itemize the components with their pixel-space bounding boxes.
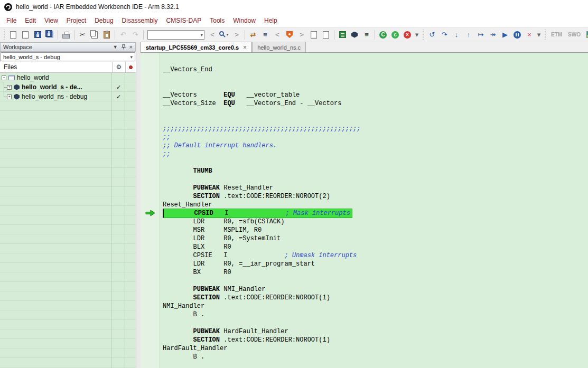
workspace-tree[interactable]: −hello_world+hello_world_s - de...✓+hell… (0, 73, 136, 368)
print-icon[interactable] (60, 29, 72, 41)
menu-tools[interactable]: Tools (206, 15, 229, 26)
break-icon[interactable] (511, 29, 523, 41)
code-line[interactable]: HardFault_Handler (163, 344, 588, 353)
code-line[interactable]: __Vectors_End (163, 65, 588, 74)
code-line[interactable] (163, 82, 588, 91)
code-line[interactable]: PUBWEAK NMI_Handler (163, 285, 588, 294)
config-combo[interactable]: hello_world_s - debug ▾ (1, 52, 135, 61)
pin-icon[interactable] (121, 44, 126, 51)
save-icon[interactable] (32, 29, 43, 41)
code-line[interactable]: B . (163, 310, 588, 319)
menu-file[interactable]: File (2, 15, 21, 26)
menu-window[interactable]: Window (229, 15, 260, 26)
files-column-header[interactable]: Files (0, 62, 112, 72)
tree-item-hello-world[interactable]: −hello_world (0, 73, 136, 82)
paste-icon[interactable] (101, 29, 113, 41)
reset-icon[interactable]: ↺ (426, 29, 438, 41)
step-out-icon[interactable]: ↑ (463, 29, 474, 41)
toolbar-grip[interactable] (422, 30, 424, 40)
code-line[interactable]: SECTION .text:CODE:REORDER:NOROOT(1) (163, 336, 588, 344)
step-into-icon[interactable]: ↓ (451, 29, 462, 41)
stop-debugging-icon[interactable]: × (524, 29, 535, 41)
code-line[interactable]: ;;;;;;;;;;;;;;;;;;;;;;;;;;;;;;;;;;;;;;;;… (163, 125, 588, 133)
go-to-definition-list-icon[interactable]: ≡ (259, 29, 271, 41)
menu-edit[interactable]: Edit (21, 15, 40, 26)
redo-icon[interactable]: ↷ (129, 29, 141, 41)
code-line[interactable]: ;; (163, 133, 588, 141)
code-line[interactable] (163, 57, 588, 65)
code-line[interactable]: NMI_Handler (163, 302, 588, 310)
download-target-icon[interactable] (349, 29, 360, 41)
undo-icon[interactable]: ↶ (117, 29, 129, 41)
cstat-analyze-icon[interactable]: C (377, 29, 389, 41)
stop-build-icon[interactable]: × (402, 29, 413, 41)
batch-build-icon[interactable]: ≡ (361, 29, 372, 41)
code-line[interactable]: SECTION .text:CODE:REORDER:NOROOT(2) (163, 192, 588, 201)
next-statement-icon[interactable]: ↦ (475, 29, 487, 41)
collapse-box-icon[interactable]: − (2, 76, 6, 80)
code-line[interactable]: MSR MSPLIM, R0 (163, 226, 588, 234)
code-line[interactable] (163, 319, 588, 327)
copy-icon[interactable] (89, 29, 100, 41)
code-line[interactable]: __Vectors_Size EQU __Vectors_End - __Vec… (163, 99, 588, 108)
next-window-icon[interactable] (320, 29, 332, 41)
close-panel-icon[interactable]: × (129, 44, 133, 50)
next-bookmark-icon[interactable]: > (296, 29, 307, 41)
tree-item-hello-world-ns-debug[interactable]: +hello_world_ns - debug✓ (0, 92, 136, 101)
find-next-icon[interactable]: > (231, 29, 242, 41)
code-line[interactable] (163, 158, 588, 167)
code-line[interactable]: ;; Default interrupt handlers. (163, 141, 588, 150)
code-line[interactable]: SECTION .text:CODE:REORDER:NOROOT(1) (163, 294, 588, 302)
code-line[interactable]: BX R0 (163, 268, 588, 277)
code-line[interactable]: PUBWEAK Reset_Handler (163, 184, 588, 192)
code-line[interactable]: BLX R0 (163, 243, 588, 251)
menu-help[interactable]: Help (260, 15, 282, 26)
toolbar-grip[interactable] (3, 30, 5, 40)
build-overflow-icon[interactable]: ▾ (414, 29, 420, 41)
step-over-icon[interactable]: ↷ (438, 29, 450, 41)
code-line[interactable]: PUBWEAK HardFault_Handler (163, 327, 588, 336)
breakpoint-column-header[interactable] (125, 62, 136, 72)
go-icon[interactable]: ▶ (499, 29, 511, 41)
previous-window-icon[interactable] (308, 29, 320, 41)
previous-bookmark-icon[interactable]: < (272, 29, 283, 41)
code-line[interactable]: ;; (163, 150, 588, 158)
tree-item-hello-world-s-de[interactable]: +hello_world_s - de...✓ (0, 82, 136, 92)
swo-button[interactable]: SWO (565, 30, 583, 40)
menu-view[interactable]: View (40, 15, 62, 26)
code-line[interactable] (163, 108, 588, 116)
code-line[interactable]: LDR R0, =SystemInit (163, 234, 588, 243)
code-line[interactable] (163, 116, 588, 125)
current-execution-line[interactable]: CPSID I ; Mask interrupts (163, 209, 588, 218)
tab-hello-world-ns-c[interactable]: hello_world_ns.c (252, 42, 306, 52)
code-line[interactable]: THUMB (163, 167, 588, 175)
cstat-clear-icon[interactable]: c (389, 29, 401, 41)
etm-button[interactable]: ETM (548, 30, 565, 40)
new-document-icon[interactable] (7, 29, 19, 41)
code-line[interactable] (163, 175, 588, 184)
code-line[interactable]: Reset_Handler (163, 201, 588, 209)
menu-project[interactable]: Project (62, 15, 90, 26)
toggle-bookmark-icon[interactable] (284, 29, 295, 41)
find-combo[interactable]: ▾ (147, 30, 204, 40)
toolbar-grip[interactable] (544, 30, 546, 40)
code-line[interactable]: LDR R0, =sfb(CSTACK) (163, 218, 588, 226)
menu-cmsis-dap[interactable]: CMSIS-DAP (162, 15, 206, 26)
run-to-cursor-icon[interactable]: ↠ (487, 29, 499, 41)
panel-menu-icon[interactable]: ▼ (113, 45, 118, 50)
save-all-icon[interactable] (44, 29, 55, 41)
debug-overflow-icon[interactable]: ▾ (536, 29, 542, 41)
open-document-icon[interactable] (20, 29, 31, 41)
code-line[interactable]: __Vectors EQU __vector_table (163, 91, 588, 99)
color-grid-icon[interactable] (584, 29, 588, 41)
find-previous-icon[interactable]: < (207, 29, 218, 41)
code-line[interactable]: LDR R0, =__iar_program_start (163, 260, 588, 268)
code-line[interactable]: B . (163, 353, 588, 361)
expand-box-icon[interactable]: + (7, 85, 12, 90)
cut-icon[interactable]: ✂ (77, 29, 88, 41)
code-area[interactable]: __Vectors_End__Vectors EQU __vector_tabl… (141, 53, 588, 361)
code-line[interactable] (163, 74, 588, 82)
menu-disassembly[interactable]: Disassembly (118, 15, 162, 26)
code-line[interactable]: CPSIE I ; Unmask interrupts (163, 251, 588, 260)
tab-close-icon[interactable]: × (243, 44, 247, 51)
